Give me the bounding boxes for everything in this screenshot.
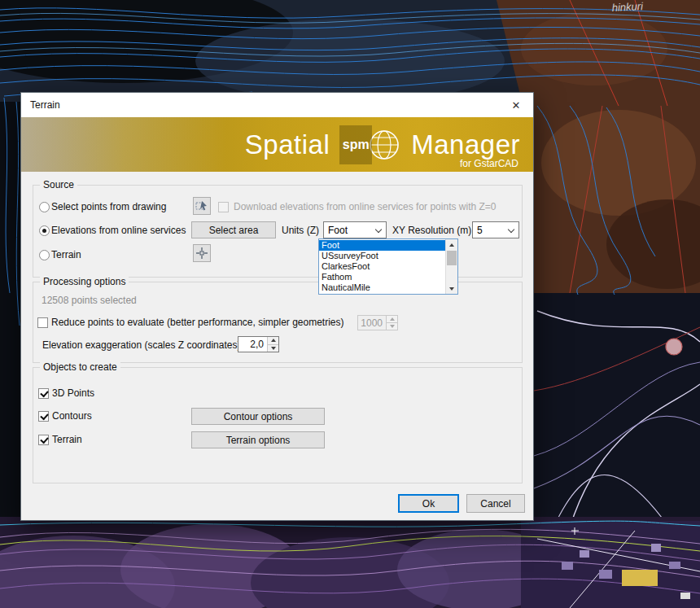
checkbox-terrain[interactable] xyxy=(38,435,49,445)
reduce-points-spinner[interactable]: 1000 xyxy=(357,315,398,330)
dropdown-option-fathom[interactable]: Fathom xyxy=(319,272,445,282)
xy-resolution-combobox[interactable]: 5 xyxy=(472,221,519,238)
chevron-down-icon xyxy=(375,226,382,233)
spinner-down-icon[interactable] xyxy=(267,344,278,352)
checkbox-download-elevations-label: Download elevations from online services… xyxy=(234,201,497,212)
checkbox-contours[interactable] xyxy=(38,411,49,422)
dropdown-option-nauticalmile[interactable]: NauticalMile xyxy=(319,282,445,293)
points-selected-text: 12508 points selected xyxy=(42,295,137,306)
brand-banner: Spatial spm Manager for GstarCAD xyxy=(21,117,533,172)
xy-resolution-label: XY Resolution (m) xyxy=(392,225,471,236)
pick-terrain-button[interactable] xyxy=(193,244,211,262)
radio-select-points[interactable] xyxy=(39,202,50,212)
source-group-label: Source xyxy=(40,179,77,190)
checkbox-reduce-points[interactable] xyxy=(37,317,48,328)
titlebar[interactable]: Terrain ✕ xyxy=(21,93,533,117)
spinner-up-icon[interactable] xyxy=(386,316,397,322)
units-dropdown-items: Foot USsurveyFoot ClarkesFoot Fathom Nau… xyxy=(319,239,445,294)
spm-logo: spm xyxy=(339,125,372,164)
spinner-down-icon[interactable] xyxy=(386,322,397,330)
dropdown-option-foot[interactable]: Foot xyxy=(319,240,445,251)
dropdown-option-clarkesfoot[interactable]: ClarkesFoot xyxy=(319,261,445,272)
checkbox-3d-points[interactable] xyxy=(38,388,49,399)
xy-resolution-value: 5 xyxy=(477,225,483,236)
dropdown-option-ussurveyfoot[interactable]: USsurveyFoot xyxy=(319,251,445,261)
cancel-button[interactable]: Cancel xyxy=(466,494,525,513)
chevron-down-icon xyxy=(508,226,514,233)
radio-select-points-label: Select points from drawing xyxy=(51,201,166,212)
checkbox-download-elevations[interactable] xyxy=(218,202,229,212)
checkbox-terrain-label: Terrain xyxy=(52,434,82,445)
reduce-points-value: 1000 xyxy=(358,316,386,330)
spinner-up-icon[interactable] xyxy=(267,337,278,344)
exaggeration-spinner[interactable]: 2,0 xyxy=(238,336,279,352)
checkbox-3d-points-label: 3D Points xyxy=(52,387,94,399)
cursor-pick-icon xyxy=(195,199,208,212)
contour-options-button[interactable]: Contour options xyxy=(191,408,325,425)
exaggeration-value: 2,0 xyxy=(238,337,267,352)
for-gstarcad-text: for GstarCAD xyxy=(460,158,518,169)
scroll-up-icon[interactable] xyxy=(446,239,457,250)
crosshair-point-icon xyxy=(195,247,208,260)
ok-button[interactable]: Ok xyxy=(398,494,459,513)
radio-terrain-source[interactable] xyxy=(39,250,50,260)
scrollbar-thumb[interactable] xyxy=(447,251,457,265)
scroll-down-icon[interactable] xyxy=(446,283,457,294)
exaggeration-label: Elevation exaggeration (scales Z coordin… xyxy=(42,339,240,351)
units-combobox[interactable]: Foot xyxy=(323,221,387,238)
units-combobox-value: Foot xyxy=(328,225,348,236)
processing-group-label: Processing options xyxy=(40,276,129,287)
units-label: Units (Z) xyxy=(282,225,319,236)
terrain-options-button[interactable]: Terrain options xyxy=(191,431,325,448)
objects-groupbox: Objects to create 3D Points Contours Con… xyxy=(33,367,523,483)
close-button[interactable]: ✕ xyxy=(499,93,533,117)
radio-terrain-source-label: Terrain xyxy=(51,249,81,260)
screen: hinkuri Terrain ✕ Spatial spm Manager fo… xyxy=(0,0,700,608)
checkbox-contours-label: Contours xyxy=(52,410,92,422)
units-dropdown-list: Foot USsurveyFoot ClarkesFoot Fathom Nau… xyxy=(318,238,458,295)
dropdown-scrollbar[interactable] xyxy=(445,239,457,294)
pick-points-button[interactable] xyxy=(193,197,211,215)
objects-group-label: Objects to create xyxy=(40,361,120,373)
radio-online-elevations[interactable] xyxy=(39,225,50,236)
dialog-title: Terrain xyxy=(30,99,60,111)
checkbox-reduce-points-label: Reduce points to evaluate (better perfor… xyxy=(51,317,344,328)
select-area-button[interactable]: Select area xyxy=(191,221,276,238)
terrain-dialog: Terrain ✕ Spatial spm Manager for GstarC… xyxy=(20,92,534,521)
radio-online-elevations-label: Elevations from online services xyxy=(51,225,186,236)
map-place-label: hinkuri xyxy=(611,0,644,14)
brand-spatial-text: Spatial xyxy=(245,129,330,160)
brand-manager-text: Manager xyxy=(411,129,520,160)
